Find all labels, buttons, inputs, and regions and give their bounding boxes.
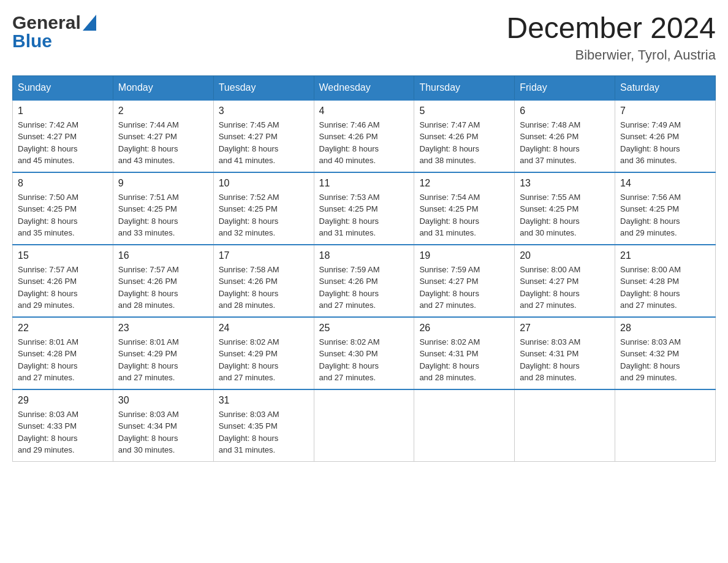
week-row-5: 29 Sunrise: 8:03 AM Sunset: 4:33 PM Dayl… (13, 389, 716, 462)
week-row-2: 8 Sunrise: 7:50 AM Sunset: 4:25 PM Dayli… (13, 172, 716, 245)
day-number: 11 (319, 178, 409, 189)
day-info: Sunrise: 7:46 AM Sunset: 4:26 PM Dayligh… (319, 119, 409, 167)
day-number: 27 (520, 323, 610, 334)
day-number: 2 (118, 105, 208, 117)
day-info: Sunrise: 7:56 AM Sunset: 4:25 PM Dayligh… (620, 191, 710, 239)
day-number: 21 (620, 250, 710, 261)
day-number: 24 (219, 323, 309, 334)
calendar-cell: 20 Sunrise: 8:00 AM Sunset: 4:27 PM Dayl… (515, 245, 615, 317)
logo-general-text: General (12, 12, 81, 33)
day-number: 1 (18, 105, 108, 117)
day-info: Sunrise: 7:48 AM Sunset: 4:26 PM Dayligh… (520, 119, 610, 167)
day-info: Sunrise: 7:57 AM Sunset: 4:26 PM Dayligh… (118, 264, 208, 312)
calendar-cell: 9 Sunrise: 7:51 AM Sunset: 4:25 PM Dayli… (113, 172, 213, 245)
calendar-cell: 7 Sunrise: 7:49 AM Sunset: 4:26 PM Dayli… (615, 100, 716, 172)
calendar-header-row: SundayMondayTuesdayWednesdayThursdayFrid… (13, 75, 716, 100)
week-row-1: 1 Sunrise: 7:42 AM Sunset: 4:27 PM Dayli… (13, 100, 716, 172)
calendar-cell (314, 389, 414, 462)
day-number: 4 (319, 105, 409, 117)
calendar-cell: 2 Sunrise: 7:44 AM Sunset: 4:27 PM Dayli… (113, 100, 213, 172)
day-info: Sunrise: 8:02 AM Sunset: 4:29 PM Dayligh… (219, 336, 309, 384)
day-number: 12 (419, 178, 509, 189)
week-row-3: 15 Sunrise: 7:57 AM Sunset: 4:26 PM Dayl… (13, 245, 716, 317)
calendar-cell: 11 Sunrise: 7:53 AM Sunset: 4:25 PM Dayl… (314, 172, 414, 245)
day-info: Sunrise: 7:44 AM Sunset: 4:27 PM Dayligh… (118, 119, 208, 167)
week-row-4: 22 Sunrise: 8:01 AM Sunset: 4:28 PM Dayl… (13, 317, 716, 389)
day-info: Sunrise: 7:59 AM Sunset: 4:26 PM Dayligh… (319, 264, 409, 312)
calendar-cell: 29 Sunrise: 8:03 AM Sunset: 4:33 PM Dayl… (13, 389, 113, 462)
day-number: 19 (419, 250, 509, 261)
day-number: 28 (620, 323, 710, 334)
header-day-sunday: Sunday (13, 75, 113, 100)
calendar-cell: 15 Sunrise: 7:57 AM Sunset: 4:26 PM Dayl… (13, 245, 113, 317)
day-number: 7 (620, 105, 710, 117)
day-number: 29 (18, 395, 108, 406)
calendar-cell: 13 Sunrise: 7:55 AM Sunset: 4:25 PM Dayl… (515, 172, 615, 245)
day-number: 10 (219, 178, 309, 189)
calendar-cell: 5 Sunrise: 7:47 AM Sunset: 4:26 PM Dayli… (414, 100, 515, 172)
calendar-cell: 30 Sunrise: 8:03 AM Sunset: 4:34 PM Dayl… (113, 389, 213, 462)
calendar-cell: 21 Sunrise: 8:00 AM Sunset: 4:28 PM Dayl… (615, 245, 716, 317)
day-number: 20 (520, 250, 610, 261)
title-area: December 2024 Biberwier, Tyrol, Austria (506, 12, 716, 63)
day-info: Sunrise: 7:55 AM Sunset: 4:25 PM Dayligh… (520, 191, 610, 239)
calendar-cell: 1 Sunrise: 7:42 AM Sunset: 4:27 PM Dayli… (13, 100, 113, 172)
day-info: Sunrise: 8:03 AM Sunset: 4:31 PM Dayligh… (520, 336, 610, 384)
day-number: 18 (319, 250, 409, 261)
calendar-cell: 8 Sunrise: 7:50 AM Sunset: 4:25 PM Dayli… (13, 172, 113, 245)
day-number: 31 (219, 395, 309, 406)
day-number: 25 (319, 323, 409, 334)
header-day-monday: Monday (113, 75, 213, 100)
day-number: 5 (419, 105, 509, 117)
day-info: Sunrise: 7:52 AM Sunset: 4:25 PM Dayligh… (219, 191, 309, 239)
day-info: Sunrise: 8:03 AM Sunset: 4:35 PM Dayligh… (219, 408, 309, 456)
day-number: 15 (18, 250, 108, 261)
day-number: 30 (118, 395, 208, 406)
day-number: 22 (18, 323, 108, 334)
header-day-wednesday: Wednesday (314, 75, 414, 100)
day-number: 9 (118, 178, 208, 189)
calendar-cell: 16 Sunrise: 7:57 AM Sunset: 4:26 PM Dayl… (113, 245, 213, 317)
page-header: General Blue December 2024 Biberwier, Ty… (12, 12, 716, 63)
calendar-cell: 12 Sunrise: 7:54 AM Sunset: 4:25 PM Dayl… (414, 172, 515, 245)
calendar-cell: 4 Sunrise: 7:46 AM Sunset: 4:26 PM Dayli… (314, 100, 414, 172)
calendar-cell: 19 Sunrise: 7:59 AM Sunset: 4:27 PM Dayl… (414, 245, 515, 317)
calendar-cell: 22 Sunrise: 8:01 AM Sunset: 4:28 PM Dayl… (13, 317, 113, 389)
svg-marker-0 (83, 15, 96, 31)
day-info: Sunrise: 8:00 AM Sunset: 4:27 PM Dayligh… (520, 264, 610, 312)
location-subtitle: Biberwier, Tyrol, Austria (506, 47, 716, 63)
calendar-cell: 10 Sunrise: 7:52 AM Sunset: 4:25 PM Dayl… (213, 172, 314, 245)
calendar-cell: 17 Sunrise: 7:58 AM Sunset: 4:26 PM Dayl… (213, 245, 314, 317)
day-info: Sunrise: 7:59 AM Sunset: 4:27 PM Dayligh… (419, 264, 509, 312)
day-number: 16 (118, 250, 208, 261)
day-number: 14 (620, 178, 710, 189)
day-info: Sunrise: 8:02 AM Sunset: 4:31 PM Dayligh… (419, 336, 509, 384)
day-info: Sunrise: 8:01 AM Sunset: 4:29 PM Dayligh… (118, 336, 208, 384)
day-info: Sunrise: 7:45 AM Sunset: 4:27 PM Dayligh… (219, 119, 309, 167)
calendar-cell: 25 Sunrise: 8:02 AM Sunset: 4:30 PM Dayl… (314, 317, 414, 389)
month-title: December 2024 (506, 12, 716, 45)
calendar-cell (615, 389, 716, 462)
calendar-cell: 27 Sunrise: 8:03 AM Sunset: 4:31 PM Dayl… (515, 317, 615, 389)
day-info: Sunrise: 7:58 AM Sunset: 4:26 PM Dayligh… (219, 264, 309, 312)
calendar-cell: 28 Sunrise: 8:03 AM Sunset: 4:32 PM Dayl… (615, 317, 716, 389)
calendar-cell: 3 Sunrise: 7:45 AM Sunset: 4:27 PM Dayli… (213, 100, 314, 172)
day-info: Sunrise: 8:03 AM Sunset: 4:32 PM Dayligh… (620, 336, 710, 384)
day-info: Sunrise: 7:47 AM Sunset: 4:26 PM Dayligh… (419, 119, 509, 167)
calendar-cell: 6 Sunrise: 7:48 AM Sunset: 4:26 PM Dayli… (515, 100, 615, 172)
logo-blue-text: Blue (12, 31, 96, 52)
day-info: Sunrise: 7:54 AM Sunset: 4:25 PM Dayligh… (419, 191, 509, 239)
calendar-cell (414, 389, 515, 462)
calendar-cell (515, 389, 615, 462)
day-info: Sunrise: 7:57 AM Sunset: 4:26 PM Dayligh… (18, 264, 108, 312)
calendar-cell: 31 Sunrise: 8:03 AM Sunset: 4:35 PM Dayl… (213, 389, 314, 462)
header-day-thursday: Thursday (414, 75, 515, 100)
calendar-cell: 14 Sunrise: 7:56 AM Sunset: 4:25 PM Dayl… (615, 172, 716, 245)
day-info: Sunrise: 8:00 AM Sunset: 4:28 PM Dayligh… (620, 264, 710, 312)
day-info: Sunrise: 8:01 AM Sunset: 4:28 PM Dayligh… (18, 336, 108, 384)
day-number: 3 (219, 105, 309, 117)
day-number: 6 (520, 105, 610, 117)
logo: General Blue (12, 12, 96, 52)
header-day-tuesday: Tuesday (213, 75, 314, 100)
day-number: 26 (419, 323, 509, 334)
